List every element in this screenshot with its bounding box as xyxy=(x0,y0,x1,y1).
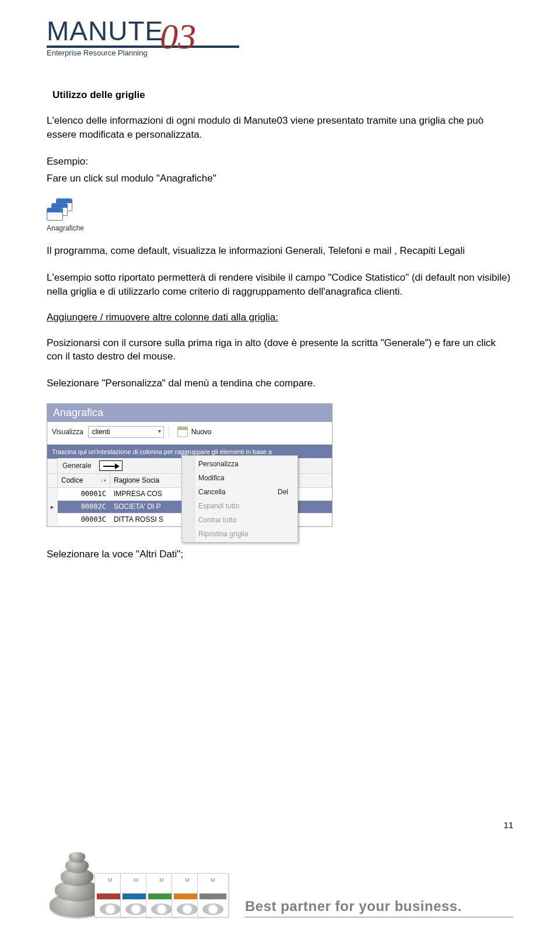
cell-codice: 00001C xyxy=(58,490,110,498)
paragraph: Selezionare la voce "Altri Dati"; xyxy=(47,547,513,561)
stones-image xyxy=(47,847,83,917)
menu-personalizza[interactable]: Personalizza xyxy=(182,457,298,471)
nuovo-label: Nuovo xyxy=(191,428,212,436)
context-menu: Personalizza Modifica CancellaDel Espand… xyxy=(181,455,298,543)
paragraph: Esempio: xyxy=(47,155,513,169)
divider xyxy=(245,917,513,917)
divider xyxy=(169,426,169,438)
shortcut: Del xyxy=(278,488,288,496)
paragraph: Fare un click sul modulo "Anagrafiche" xyxy=(47,172,513,186)
row-handle: ▸ xyxy=(47,501,58,513)
cell-codice: 00003C xyxy=(58,515,110,523)
menu-cancella[interactable]: CancellaDel xyxy=(182,485,298,499)
column-codice-label: Codice xyxy=(61,476,83,484)
paragraph: L'elenco delle informazioni di ogni modu… xyxy=(47,114,513,142)
paragraph: Il programma, come default, visualizza l… xyxy=(47,244,513,258)
menu-contrai-tutto[interactable]: Contrai tutto xyxy=(182,513,298,527)
row-handle xyxy=(47,488,58,500)
nuovo-icon xyxy=(177,427,188,437)
menu-modifica[interactable]: Modifica xyxy=(182,471,298,485)
page-number: 11 xyxy=(503,820,513,830)
window-title: Anagrafica xyxy=(47,404,332,422)
arrow-annotation-icon xyxy=(99,460,123,471)
anagrafiche-module-button[interactable]: Anagrafiche xyxy=(47,198,513,232)
menu-gutter xyxy=(182,456,195,542)
anagrafica-window: Anagrafica Visualizza clienti Nuovo Tras… xyxy=(47,403,332,527)
row-handle xyxy=(47,474,58,487)
logo-suffix: 03 xyxy=(160,24,196,49)
windows-icon xyxy=(47,198,75,222)
logo-text: MANUTE xyxy=(47,18,163,44)
menu-ripristina-griglia[interactable]: Ripristina griglia xyxy=(182,527,298,541)
sub-heading: Aggiungere / rimuovere altre colonne dat… xyxy=(47,312,513,323)
page-footer: M M M M M Best partner for your business… xyxy=(0,839,560,932)
dropdown-value: clienti xyxy=(92,428,110,436)
visualizza-label: Visualizza xyxy=(52,428,83,436)
sort-icon: / ▾ xyxy=(102,478,106,483)
footer-tagline: Best partner for your business. xyxy=(245,898,513,914)
anagrafiche-label: Anagrafiche xyxy=(47,224,513,232)
column-generale: Generale xyxy=(62,462,91,470)
logo: MANUTE 03 Enterprise Resource Planning xyxy=(47,18,513,57)
paragraph: L'esempio sotto riportato permetterà di … xyxy=(47,271,513,299)
cell-codice: 00002C xyxy=(58,502,110,511)
section-heading: Utilizzo delle griglie xyxy=(52,89,513,101)
row-handle xyxy=(47,514,58,526)
nuovo-button[interactable]: Nuovo xyxy=(174,425,215,438)
toolbar: Visualizza clienti Nuovo xyxy=(47,422,332,445)
logo-subtitle: Enterprise Resource Planning xyxy=(47,48,513,57)
paragraph: Selezionare "Personalizza" dal menù a te… xyxy=(47,376,513,390)
menu-espandi-tutto[interactable]: Espandi tutto xyxy=(182,499,298,513)
column-codice-header[interactable]: Codice / ▾ xyxy=(58,474,110,487)
paragraph: Posizionarsi con il cursore sulla prima … xyxy=(47,336,513,364)
product-boxes-image: M M M M M xyxy=(94,873,223,917)
visualizza-dropdown[interactable]: clienti xyxy=(88,426,164,438)
row-handle xyxy=(47,459,58,473)
